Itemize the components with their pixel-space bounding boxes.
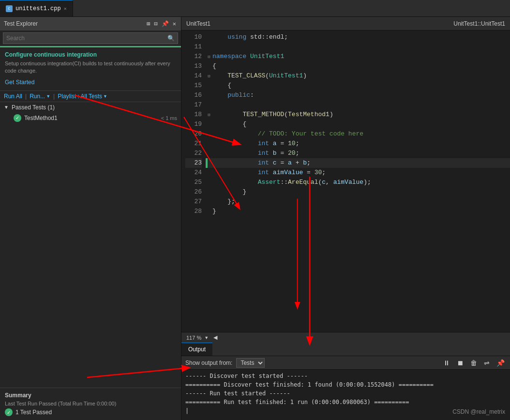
run-button[interactable]: Run... ▼	[30, 93, 50, 100]
tab-bar: C unittest1.cpp ✕	[0, 0, 510, 17]
playlist-button[interactable]: Playlist : All Tests ▼	[58, 93, 107, 100]
panel-title: Test Explorer	[4, 20, 38, 27]
summary-title: Summary	[5, 392, 176, 399]
code-line-25: Assert::AreEqual(c, aimValue);	[212, 178, 510, 187]
summary-passed-text: 1 Test Passed	[15, 409, 52, 416]
separator2: |	[53, 93, 55, 100]
output-toolbar: Show output from: Tests ⏸ ⏹ 🗑 ⇌ 📌	[181, 356, 510, 370]
output-pin-icon[interactable]: 📌	[495, 358, 506, 368]
tab-label: unittest1.cpp	[15, 5, 61, 12]
line-numbers: 10 11 12 13 14 15 16 17 18 19 20 21 22 2…	[181, 30, 206, 332]
output-stop-icon[interactable]: ⏹	[455, 358, 465, 368]
zoom-level: 117 %	[186, 335, 201, 341]
run-dropdown-icon[interactable]: ▼	[46, 94, 50, 99]
breadcrumb-right: UnitTest1::UnitTest1	[453, 20, 505, 27]
filter-icon[interactable]: ⊟	[153, 19, 159, 29]
output-tab[interactable]: Output	[181, 343, 212, 356]
code-line-14: TEST_CLASS(UnitTest1)	[212, 71, 510, 81]
code-line-16: public:	[212, 90, 510, 100]
breadcrumb-full: UnitTest1::UnitTest1	[453, 20, 505, 27]
watermark: CSDN @real_metrix	[452, 408, 505, 415]
panel-header: Test Explorer ⊞ ⊟ 📌 ✕	[0, 17, 181, 30]
playlist-label: Playlist : All Tests	[58, 93, 102, 100]
code-line-27: };	[212, 197, 510, 207]
code-area: 10 11 12 13 14 15 16 17 18 19 20 21 22 2…	[181, 30, 510, 332]
output-clear-icon[interactable]: 🗑	[469, 358, 479, 368]
code-line-23: int c = a + b;	[212, 158, 510, 168]
test-item-left: ✓ TestMethod1	[14, 114, 58, 122]
ci-title: Configure continuous integration	[5, 51, 176, 58]
collapse-icon[interactable]: ▼	[4, 105, 9, 110]
test-name: TestMethod1	[24, 115, 58, 121]
breadcrumb-text: UnitTest1	[186, 20, 210, 27]
tab-close-btn[interactable]: ✕	[64, 6, 67, 12]
summary-passed: ✓ 1 Test Passed	[5, 408, 176, 416]
code-editor-panel: UnitTest1 UnitTest1::UnitTest1 10 11 12 …	[181, 17, 510, 420]
fold-icon-18[interactable]: ⊟	[208, 112, 210, 118]
breadcrumb: UnitTest1	[186, 20, 210, 27]
code-line-28: }	[212, 207, 510, 216]
green-margin-indicator	[206, 158, 208, 168]
output-pause-icon[interactable]: ⏸	[442, 358, 451, 368]
summary-detail: Last Test Run Passed (Total Run Time 0:0…	[5, 401, 176, 406]
search-icon: 🔍	[167, 35, 175, 42]
output-line-4: ========== Run test finished: 1 run (0:0…	[185, 398, 506, 406]
passed-tests-header[interactable]: ▼ Passed Tests (1)	[0, 102, 181, 113]
code-line-20: // TODO: Your test code here	[212, 129, 510, 139]
code-line-19: {	[212, 120, 510, 129]
summary-pass-icon: ✓	[5, 408, 13, 416]
code-line-10: using std::endl;	[212, 32, 510, 42]
code-line-15: {	[212, 81, 510, 90]
code-line-11	[212, 42, 510, 52]
get-started-link[interactable]: Get Started	[5, 79, 34, 86]
run-label: Run...	[30, 93, 45, 100]
zoom-bar: 117 % ▼ ◀	[181, 332, 510, 343]
output-word-wrap-icon[interactable]: ⇌	[482, 358, 491, 368]
code-line-24: int aimValue = 30;	[212, 168, 510, 178]
code-line-13: {	[212, 61, 510, 71]
test-item[interactable]: ✓ TestMethod1 < 1 ms	[0, 113, 181, 123]
code-line-17	[212, 100, 510, 110]
ci-section: Configure continuous integration Setup c…	[0, 47, 181, 91]
ci-description: Setup continuous integration(CI) builds …	[5, 60, 176, 75]
output-tab-bar: Output	[181, 343, 510, 356]
code-line-26: }	[212, 187, 510, 197]
test-time: < 1 ms	[161, 115, 177, 121]
summary-section: Summary Last Test Run Passed (Total Run …	[0, 388, 181, 420]
output-line-1: ------ Discover test started ------	[185, 372, 506, 380]
show-output-label: Show output from:	[185, 360, 232, 366]
panel-icons: ⊞ ⊟ 📌 ✕	[146, 19, 177, 29]
passed-tests-label: Passed Tests (1)	[12, 104, 55, 111]
pin-icon[interactable]: 📌	[161, 19, 170, 29]
search-bar[interactable]: 🔍	[3, 32, 178, 44]
search-input[interactable]	[6, 35, 167, 42]
output-line-3: ------ Run test started ------	[185, 389, 506, 398]
scroll-left-icon[interactable]: ◀	[213, 334, 217, 341]
zoom-dropdown-icon[interactable]: ▼	[204, 335, 209, 340]
fold-icon-14[interactable]: ⊟	[208, 74, 210, 79]
code-content[interactable]: using std::endl; namespace UnitTest1 {	[212, 30, 510, 332]
tab-unittest1[interactable]: C unittest1.cpp ✕	[0, 0, 73, 16]
fold-indicators: ⊟ ⊟ ⊟	[206, 30, 212, 332]
test-explorer-panel: Test Explorer ⊞ ⊟ 📌 ✕ 🔍 Configure contin…	[0, 17, 181, 420]
playlist-dropdown-icon[interactable]: ▼	[103, 94, 107, 99]
test-controls: Run All | Run... ▼ | Playlist : All Test…	[0, 91, 181, 102]
output-line-2: ========== Discover test finished: 1 fou…	[185, 380, 506, 389]
pass-icon: ✓	[14, 114, 21, 122]
editor-header: UnitTest1 UnitTest1::UnitTest1	[181, 17, 510, 30]
code-line-21: int a = 10;	[212, 139, 510, 149]
fold-icon-12[interactable]: ⊟	[208, 54, 210, 60]
close-panel-icon[interactable]: ✕	[172, 19, 177, 29]
separator1: |	[25, 93, 27, 100]
output-source-select[interactable]: Tests	[236, 358, 265, 368]
cpp-file-icon: C	[6, 5, 13, 12]
code-line-22: int b = 20;	[212, 149, 510, 158]
sort-icon[interactable]: ⊞	[146, 19, 151, 29]
code-line-12: namespace UnitTest1	[212, 52, 510, 61]
code-line-18: TEST_METHOD(TestMethod1)	[212, 110, 510, 120]
run-all-button[interactable]: Run All	[4, 93, 22, 100]
